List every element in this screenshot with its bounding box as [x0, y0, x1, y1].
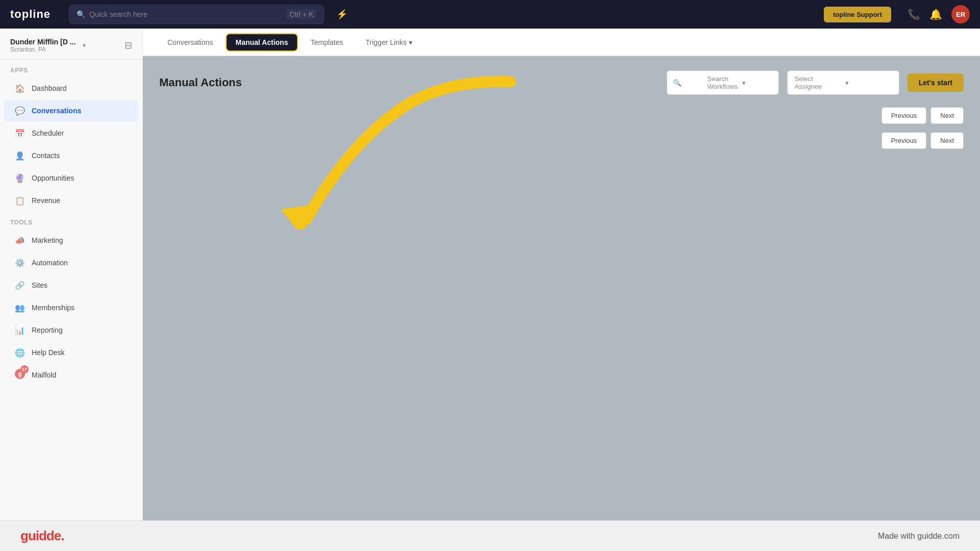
content-header: Manual Actions 🔍 Search Workflows ▾ Sele…: [159, 70, 964, 95]
svg-marker-2: [281, 204, 319, 230]
automation-icon: ⚙️: [14, 257, 26, 268]
sites-icon: 🔗: [14, 280, 26, 291]
app-logo: topline: [10, 8, 51, 21]
search-icon: 🔍: [77, 10, 85, 18]
top-navigation: topline 🔍 Quick search here Ctrl + K ⚡ t…: [0, 0, 980, 29]
opportunities-icon: 🔮: [14, 172, 26, 184]
sidebar-item-reporting[interactable]: 📊 Reporting: [4, 319, 138, 341]
sidebar-item-label: Mailfold: [32, 371, 56, 379]
chevron-down-icon: ▾: [742, 79, 772, 87]
sidebar-item-label: Opportunities: [32, 174, 74, 182]
search-placeholder: Quick search here: [89, 10, 148, 18]
sidebar-item-contacts[interactable]: 👤 Contacts: [4, 145, 138, 166]
tools-section-label: Tools: [0, 212, 142, 229]
sidebar-item-mailfold[interactable]: g 27 Mailfold: [4, 364, 138, 386]
sidebar-item-label: Reporting: [32, 326, 63, 334]
contacts-icon: 👤: [14, 150, 26, 161]
sidebar-item-label: Help Desk: [32, 348, 65, 357]
dashboard-icon: 🏠: [14, 83, 26, 94]
sidebar-item-revenue[interactable]: 📋 Revenue: [4, 190, 138, 211]
sidebar-item-label: Contacts: [32, 152, 60, 160]
memberships-icon: 👥: [14, 302, 26, 313]
content-area: Manual Actions 🔍 Search Workflows ▾ Sele…: [143, 56, 980, 551]
guidde-logo: guidde.: [20, 528, 64, 544]
nav-icons: 📞 🔔 ER: [908, 5, 970, 23]
reporting-icon: 📊: [14, 324, 26, 336]
global-search[interactable]: 🔍 Quick search here Ctrl + K: [69, 5, 324, 24]
sidebar-item-dashboard[interactable]: 🏠 Dashboard: [4, 78, 138, 99]
sidebar-item-label: Memberships: [32, 304, 75, 312]
sidebar-item-label: Conversations: [32, 107, 81, 115]
sidebar-item-label: Sites: [32, 281, 47, 289]
pagination-row-2: Previous Next: [159, 132, 964, 149]
support-button[interactable]: topline Support: [824, 7, 891, 22]
sidebar-item-conversations[interactable]: 💬 Conversations: [4, 100, 138, 121]
sidebar-item-label: Revenue: [32, 196, 60, 205]
search-icon: 🔍: [673, 79, 703, 87]
sidebar-item-label: Scheduler: [32, 129, 64, 137]
sidebar-item-memberships[interactable]: 👥 Memberships: [4, 297, 138, 318]
next-button-2[interactable]: Next: [930, 132, 964, 149]
page-footer: guidde. Made with guidde.com: [0, 520, 980, 551]
select-assignee-placeholder: Select Assignee: [795, 75, 841, 90]
select-assignee-dropdown[interactable]: Select Assignee ▾: [787, 70, 899, 95]
trigger-links-chevron-icon: ▾: [409, 38, 412, 46]
user-avatar[interactable]: ER: [951, 5, 970, 23]
tab-templates[interactable]: Templates: [300, 32, 353, 53]
main-layout: Dunder Mifflin [D ... Scranton, PA ▾ ⊟ A…: [0, 0, 980, 551]
scheduler-icon: 📅: [14, 128, 26, 139]
mailfold-icon: g 27: [14, 369, 26, 381]
account-selector[interactable]: Dunder Mifflin [D ... Scranton, PA ▾ ⊟: [0, 29, 142, 60]
account-name: Dunder Mifflin [D ...: [10, 38, 76, 46]
conversations-icon: 💬: [14, 105, 26, 116]
chevron-down-icon: ▾: [845, 79, 892, 87]
account-location: Scranton, PA: [10, 46, 76, 53]
bolt-icon: ⚡: [336, 9, 348, 20]
sidebar-item-label: Dashboard: [32, 84, 67, 92]
sidebar-toggle-icon[interactable]: ⊟: [125, 40, 132, 51]
apps-section-label: Apps: [0, 60, 142, 77]
search-workflows-placeholder: Search Workflows: [707, 75, 738, 90]
badge-count: 27: [20, 365, 29, 373]
sidebar-item-label: Marketing: [32, 236, 63, 244]
account-chevron-icon: ▾: [83, 42, 86, 49]
marketing-icon: 📣: [14, 235, 26, 246]
next-button-1[interactable]: Next: [930, 107, 964, 124]
tab-bar: Conversations Manual Actions Templates T…: [143, 29, 980, 56]
previous-button-2[interactable]: Previous: [881, 132, 927, 149]
sidebar-item-marketing[interactable]: 📣 Marketing: [4, 230, 138, 251]
lets-start-button[interactable]: Let's start: [908, 73, 964, 92]
tab-trigger-links[interactable]: Trigger Links ▾: [355, 32, 422, 53]
bell-icon[interactable]: 🔔: [929, 8, 942, 20]
search-workflows-dropdown[interactable]: 🔍 Search Workflows ▾: [667, 70, 779, 95]
helpdesk-icon: 🌐: [14, 347, 26, 358]
footer-text: Made with guidde.com: [878, 532, 960, 541]
sidebar-item-scheduler[interactable]: 📅 Scheduler: [4, 122, 138, 144]
sidebar: Dunder Mifflin [D ... Scranton, PA ▾ ⊟ A…: [0, 29, 143, 551]
sidebar-item-automation[interactable]: ⚙️ Automation: [4, 252, 138, 273]
revenue-icon: 📋: [14, 195, 26, 206]
search-shortcut: Ctrl + K: [286, 9, 316, 19]
phone-icon[interactable]: 📞: [908, 8, 920, 20]
main-content: Conversations Manual Actions Templates T…: [143, 29, 980, 551]
sidebar-item-label: Automation: [32, 259, 68, 267]
pagination-row-1: Previous Next: [159, 107, 964, 124]
sidebar-item-opportunities[interactable]: 🔮 Opportunities: [4, 167, 138, 189]
sidebar-item-sites[interactable]: 🔗 Sites: [4, 274, 138, 296]
sidebar-item-helpdesk[interactable]: 🌐 Help Desk: [4, 342, 138, 363]
tab-conversations[interactable]: Conversations: [157, 32, 224, 53]
previous-button-1[interactable]: Previous: [881, 107, 927, 124]
tab-manual-actions[interactable]: Manual Actions: [226, 33, 299, 52]
page-title: Manual Actions: [159, 76, 242, 89]
